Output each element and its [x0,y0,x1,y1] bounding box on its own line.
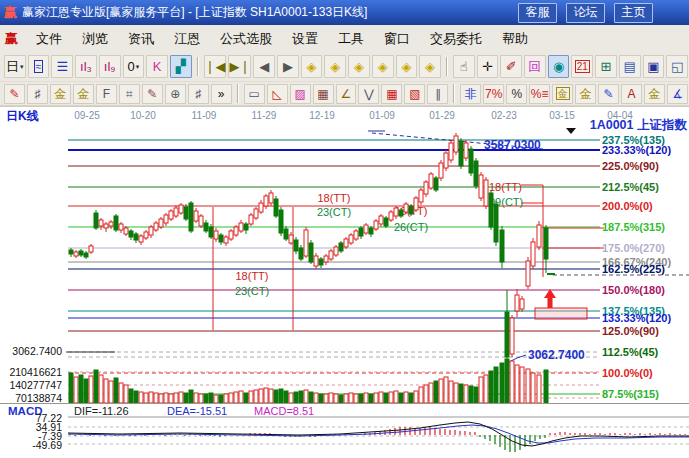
diamond-fit-icon: ◈ [401,60,411,73]
pct7-icon: 7% [485,88,502,100]
crosshair-tool-icon: ✛ [482,60,493,73]
f-grid-button[interactable]: F [96,84,117,104]
notepad-button[interactable]: ▤ [619,55,641,78]
volume-scale-2: 140277747 [0,379,62,391]
timeshare-chart-icon: ≈ [34,60,44,73]
draw-pen-icon: ✎ [9,88,19,100]
draw-pen-button[interactable]: ✎ [4,84,25,104]
next-page-button[interactable]: ▶ [277,55,299,78]
hash-grid-button[interactable]: ♯ [188,84,209,104]
gold-grid-a-button[interactable]: 金 [50,84,71,104]
circle-grid-button[interactable]: ⊕ [165,84,186,104]
timeshare-chart-button[interactable]: ≈ [28,55,50,78]
diamond-expand-button[interactable]: ◈ [348,55,370,78]
prev-page-button[interactable]: ◀ [253,55,275,78]
angle-line-button[interactable]: ∠ [336,84,357,104]
box-tool-button[interactable]: ▭ [244,84,265,104]
pct7-button[interactable]: 7% [483,84,504,104]
circle-grid-icon: ⊕ [170,88,180,100]
min9-chart-icon: ıl₉ [104,60,116,73]
bar-style-button[interactable]: 0▾ [123,55,145,78]
last-page-button[interactable]: ▶❘ [228,55,251,78]
gann-grid-button[interactable]: ♯ [27,84,48,104]
app-logo-icon: 赢 [4,4,17,22]
chart-canvas[interactable] [66,124,606,404]
diamond-left-button[interactable]: ◈ [301,55,323,78]
save-button[interactable]: ▣ [643,55,665,78]
grid-box-button[interactable]: ▦ [313,84,334,104]
parallel-lines-icon: ∥ [435,88,441,100]
hand-tool-button[interactable]: ☝ [453,55,475,78]
diamond-right-icon: ◈ [330,60,340,73]
export-button[interactable]: ◱ [666,55,688,78]
menu-item-公式选股[interactable]: 公式选股 [210,30,282,48]
menu-item-江恩[interactable]: 江恩 [164,30,210,48]
notepad-icon: ▤ [624,60,636,73]
zigzag-button[interactable]: ⋁ [358,84,379,104]
fan-box-button[interactable]: ▨ [290,84,311,104]
kline-period-button[interactable]: 日▾ [4,55,26,78]
hash-grid-icon: ♯ [195,88,201,100]
gold-grid-b-button[interactable]: 金 [73,84,94,104]
kline-period-icon: 日 [6,60,19,73]
menu-items: 文件浏览资讯江恩公式选股设置工具窗口交易委托帮助 [26,30,538,48]
menu-item-浏览[interactable]: 浏览 [72,30,118,48]
pct-button[interactable]: % [506,84,527,104]
titlebar-button-zhuye[interactable]: 主页 [614,3,653,23]
kline-style-icon: K [153,60,162,73]
menu-item-工具[interactable]: 工具 [328,30,374,48]
pen-grid-button[interactable]: ✎ [142,84,163,104]
menu-item-交易委托[interactable]: 交易委托 [420,30,492,48]
titlebar-button-luntan[interactable]: 论坛 [566,3,605,23]
titlebar-button-kefu[interactable]: 客服 [518,3,557,23]
menu-item-帮助[interactable]: 帮助 [492,30,538,48]
red-grid-button[interactable]: ▦ [381,84,402,104]
date-tick: 01-29 [429,110,455,121]
date-tick: 09-25 [74,110,100,121]
gold-line-icon: 金 [580,88,592,100]
color-chart-button[interactable]: ▞ [170,55,192,78]
min3-chart-button[interactable]: ıl₃ [75,55,97,78]
diamond-expand-icon: ◈ [354,60,364,73]
red-grid-arrow-button[interactable]: ▧ [404,84,425,104]
kline-style-button[interactable]: K [146,55,168,78]
min9-chart-button[interactable]: ıl₉ [99,55,121,78]
parallel-lines-button[interactable]: ∥ [427,84,448,104]
diamond-all-button[interactable]: ◈ [419,55,441,78]
chart-pen-button[interactable]: ✎ [598,84,619,104]
info-list-button[interactable]: ☰ [51,55,73,78]
menu-item-资讯[interactable]: 资讯 [118,30,164,48]
menu-item-窗口[interactable]: 窗口 [374,30,420,48]
smart-analysis-button[interactable]: ◉ [548,55,570,78]
toolbar-drawing: ✎♯金金F⌗✎⊕♯»▭◺▨▦∠⋁▦▧∥非7%%%≡金金✎A金∡ [0,82,689,106]
wave-button[interactable]: A [621,84,642,104]
calculator-button[interactable]: ⊞ [595,55,617,78]
fan-lines-button[interactable]: ◺ [267,84,288,104]
select-tool-button[interactable]: ✐ [500,55,522,78]
diamond-compress-button[interactable]: ◈ [372,55,394,78]
dif-value: DIF=-11.26 [74,405,129,417]
calendar-button[interactable]: 21 [571,55,593,78]
fan-lines-icon: ◺ [272,88,281,100]
crosshair-tool-button[interactable]: ✛ [477,55,499,78]
blue-hash-button[interactable]: 非 [460,84,481,104]
calculator-icon: ⊞ [601,60,612,73]
window-title: 赢家江恩专业版[赢家服务平台] - [上证指数 SH1A0001-133日K线] [22,4,367,21]
gold-line-button[interactable]: 金 [575,84,596,104]
red-grid-icon: ▦ [386,88,397,100]
pct3-button[interactable]: %≡ [529,84,550,104]
angle-j-button[interactable]: ∡ [667,84,688,104]
chart-date-axis: 09-2510-2011-0911-2912-1901-0901-2902-23… [0,106,689,125]
red-grid-arrow-icon: ▧ [409,88,420,100]
pattern-tool-button[interactable]: 回 [524,55,546,78]
menu-item-文件[interactable]: 文件 [26,30,72,48]
diamond-right-button[interactable]: ◈ [324,55,346,78]
menu-item-设置[interactable]: 设置 [282,30,328,48]
five-grid-button[interactable]: ⌗ [119,84,140,104]
more-tools-button[interactable]: » [211,84,232,104]
titlebar-buttons: 客服论坛主页 [518,3,653,23]
diamond-fit-button[interactable]: ◈ [396,55,418,78]
first-page-button[interactable]: ❘◀ [204,55,227,78]
gold-button[interactable]: 金 [644,84,665,104]
gold-circle-button[interactable]: 金 [552,84,573,104]
